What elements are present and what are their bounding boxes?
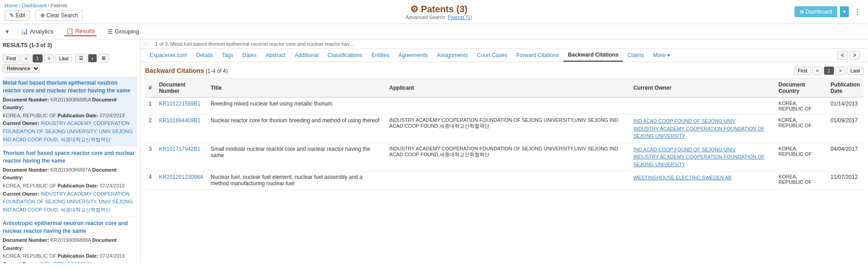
citations-current-btn[interactable]: 1 bbox=[824, 67, 834, 75]
citations-pagination: First < 1 > Last bbox=[794, 67, 863, 75]
doc-number-link[interactable]: KR20120123098A bbox=[159, 174, 204, 180]
cell-doc-number: KR101694409B1 bbox=[155, 115, 207, 143]
citations-last-btn[interactable]: Last bbox=[847, 67, 863, 75]
tab-agreements[interactable]: Agreements bbox=[394, 49, 432, 61]
result-meta-3: Document Number: KR20190086888A Document… bbox=[3, 236, 137, 263]
nav-results[interactable]: 📋 Results bbox=[64, 27, 97, 36]
cell-pub-date: 01/09/2017 bbox=[827, 115, 863, 143]
owner-link[interactable]: INDUSTRY ACADEMY COOPERATION FOUNDATION … bbox=[633, 153, 771, 168]
patents-label: Patents bbox=[421, 4, 454, 14]
nav-analytics[interactable]: 📊 Analytics bbox=[19, 27, 55, 36]
tab-dates[interactable]: Dates bbox=[238, 49, 261, 61]
sort-select[interactable]: Relevance Date Title bbox=[3, 64, 40, 73]
result-title-1: Metal fuel based thorium epithermal neut… bbox=[3, 79, 137, 95]
table-row: 1KR101221569B1Breeding mixed nuclear fue… bbox=[145, 97, 863, 115]
tab-tags[interactable]: Tags bbox=[217, 49, 238, 61]
tab-espacenet[interactable]: Espacenet.com bbox=[145, 49, 192, 61]
doc-number-link[interactable]: KR101717942B1 bbox=[159, 146, 200, 152]
tab-court-cases[interactable]: Court Cases bbox=[472, 49, 512, 61]
compact-view-button[interactable]: ▪ bbox=[88, 54, 97, 62]
breadcrumb-home[interactable]: Home bbox=[5, 3, 18, 8]
cell-current-owner: IND ACAD COOP FOUND OF SEJONG UNIVINDUST… bbox=[630, 115, 775, 143]
table-row: 3KR101717942B1Small modular nuclear reac… bbox=[145, 143, 863, 171]
doc-number-link[interactable]: KR101221569B1 bbox=[159, 101, 200, 107]
owner-link[interactable]: IND ACAD COOP FOUND OF SEJONG UNIV bbox=[633, 146, 771, 154]
tab-abstract[interactable]: Abstract bbox=[261, 49, 290, 61]
col-num: # bbox=[145, 79, 155, 98]
grouping-label: Grouping bbox=[115, 28, 139, 35]
tab-details[interactable]: Details bbox=[192, 49, 218, 61]
dashboard-caret-button[interactable]: ▾ bbox=[840, 6, 849, 17]
left-panel: RESULTS (1-3 of 3) First < 1 > Last ☰ ▪ … bbox=[0, 39, 141, 263]
tab-assignments[interactable]: Assignments bbox=[432, 49, 473, 61]
grid-view-button[interactable]: ⊞ bbox=[98, 54, 109, 62]
page-title-area: ⚙ Patents (3) Advanced Search: Patents (… bbox=[83, 4, 795, 20]
citations-next-btn[interactable]: > bbox=[835, 67, 845, 75]
more-vert-button[interactable]: ⋮ bbox=[852, 5, 863, 19]
next-page-button[interactable]: > bbox=[44, 54, 54, 62]
star-icon[interactable]: ☆ bbox=[142, 40, 149, 48]
cell-title: Nuclear fuel, nuclear fuel element, nucl… bbox=[207, 171, 386, 190]
cell-num: 1 bbox=[145, 97, 155, 115]
analytics-label: Analytics bbox=[30, 28, 53, 35]
citations-first-btn[interactable]: First bbox=[794, 67, 811, 75]
tab-forward-citations[interactable]: Forward Citations bbox=[512, 49, 563, 61]
prev-page-button[interactable]: < bbox=[21, 54, 31, 62]
table-row: 4KR20120123098ANuclear fuel, nuclear fue… bbox=[145, 171, 863, 190]
results-header: RESULTS (1-3 of 3) bbox=[3, 42, 52, 48]
list-view-button[interactable]: ☰ bbox=[75, 54, 87, 62]
filter-icon: ▼ bbox=[5, 29, 10, 35]
breadcrumb-dashboard[interactable]: Dashboard bbox=[22, 3, 47, 8]
tab-entities[interactable]: Entities bbox=[367, 49, 394, 61]
patents-count: (3) bbox=[456, 4, 467, 14]
tab-additional[interactable]: Additional bbox=[290, 49, 323, 61]
grouping-icon: ☰ bbox=[107, 28, 113, 35]
result-item-1[interactable]: Metal fuel based thorium epithermal neut… bbox=[3, 77, 137, 147]
advanced-search: Advanced Search: Patents (1) bbox=[83, 14, 795, 20]
last-page-button[interactable]: Last bbox=[55, 54, 72, 62]
col-doc-number: DocumentNumber bbox=[155, 79, 207, 98]
advanced-search-link[interactable]: Patents (1) bbox=[448, 14, 472, 20]
current-page-button[interactable]: 1 bbox=[33, 54, 43, 62]
clear-search-button[interactable]: ⊕ Clear Search bbox=[35, 10, 83, 21]
cell-title: Nuclear reactor core for thorium breedin… bbox=[207, 115, 386, 143]
tab-nav-prev[interactable]: < bbox=[837, 51, 848, 60]
edit-button[interactable]: ✎ Edit bbox=[5, 10, 30, 21]
table-header-row: # DocumentNumber Title Applicant Current… bbox=[145, 79, 863, 98]
citations-count: (1-4 of 4) bbox=[206, 68, 228, 74]
first-page-button[interactable]: First bbox=[3, 54, 19, 62]
top-right-actions: ⊕ Dashboard ▾ ⋮ bbox=[795, 5, 863, 19]
top-bar: Home / Dashboard / Patents ✎ Edit ⊕ Clea… bbox=[0, 0, 868, 24]
citations-table: # DocumentNumber Title Applicant Current… bbox=[145, 78, 863, 190]
result-item-3[interactable]: Anisotropic epithermal neutron reactor c… bbox=[3, 217, 137, 263]
table-row: 2KR101694409B1Nuclear reactor core for t… bbox=[145, 115, 863, 143]
cell-applicant: INDUSTRY ACADEMY COOPERATION FOUNDATION … bbox=[386, 143, 630, 171]
tab-bar: Espacenet.com Details Tags Dates Abstrac… bbox=[141, 49, 868, 62]
tab-claims[interactable]: Claims bbox=[623, 49, 649, 61]
dashboard-button[interactable]: ⊕ Dashboard bbox=[795, 6, 837, 17]
result-item-2[interactable]: Thorium fuel based space reactor core an… bbox=[3, 147, 137, 217]
cell-doc-country: KOREA, REPUBLIC OF bbox=[775, 97, 827, 115]
tab-nav-next[interactable]: > bbox=[849, 51, 860, 60]
results-pagination: First < 1 > Last ☰ ▪ ⊞ Relevance Date Ti… bbox=[3, 54, 137, 73]
results-top: RESULTS (1-3 of 3) bbox=[3, 42, 137, 51]
cell-doc-number: KR20120123098A bbox=[155, 171, 207, 190]
owner-link[interactable]: IND ACAD COOP FOUND OF SEJONG UNIV bbox=[633, 117, 771, 125]
right-panel: ☆ 1 of 3: Metal fuel based thorium epith… bbox=[141, 39, 868, 263]
cell-doc-country: KOREA, REPUBLIC OF bbox=[775, 115, 827, 143]
owner-link[interactable]: INDUSTRY ACADEMY COOPERATION FOUNDATION … bbox=[633, 125, 771, 140]
tab-classifications[interactable]: Classifications bbox=[323, 49, 367, 61]
tab-backward-citations[interactable]: Backward Citations bbox=[563, 49, 623, 62]
cell-num: 4 bbox=[145, 171, 155, 190]
view-mode-buttons: ☰ ▪ ⊞ bbox=[75, 54, 109, 62]
owner-link[interactable]: WESTINGHOUSE ELECTRIC SWEDEN AB bbox=[633, 174, 771, 182]
nav-grouping[interactable]: ☰ Grouping bbox=[106, 27, 141, 36]
doc-number-link[interactable]: KR101694409B1 bbox=[159, 117, 200, 124]
cell-doc-number: KR101221569B1 bbox=[155, 97, 207, 115]
citations-prev-btn[interactable]: < bbox=[812, 67, 822, 75]
result-title-2: Thorium fuel based space reactor core an… bbox=[3, 149, 137, 165]
cell-current-owner bbox=[630, 97, 775, 115]
tab-more[interactable]: More ▾ bbox=[649, 49, 674, 61]
col-applicant: Applicant bbox=[386, 79, 630, 98]
cell-num: 2 bbox=[145, 115, 155, 143]
